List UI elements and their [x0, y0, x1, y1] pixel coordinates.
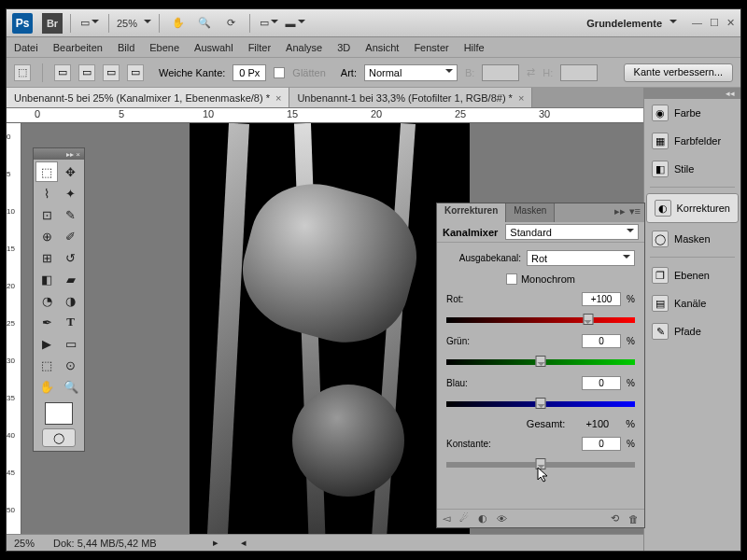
refine-edge-button[interactable]: Kante verbessern...: [624, 63, 733, 82]
monochrome-checkbox[interactable]: [506, 273, 517, 285]
antialias-checkbox[interactable]: [274, 67, 285, 78]
layers-icon: ❐: [652, 267, 669, 284]
panel-korrekturen[interactable]: ◐Korrekturen: [646, 193, 739, 223]
3d-camera-tool[interactable]: ⊙: [60, 355, 82, 375]
workspace-selector[interactable]: Grundelemente: [586, 18, 677, 29]
blue-slider[interactable]: [446, 398, 635, 411]
screenmode-dropdown[interactable]: ▬: [284, 13, 306, 34]
output-channel-select[interactable]: Rot: [527, 250, 635, 266]
clip-icon[interactable]: ◐: [478, 512, 487, 525]
menu-3d[interactable]: 3D: [337, 42, 350, 53]
panel-collapse-icon[interactable]: ▸▸: [614, 205, 626, 220]
tool-preset-icon[interactable]: ⬚: [14, 64, 31, 81]
panel-kanaele[interactable]: ▤Kanäle: [644, 289, 740, 317]
type-tool[interactable]: T: [60, 312, 82, 332]
bridge-button[interactable]: Br: [42, 13, 63, 34]
eye-icon[interactable]: 👁: [497, 513, 507, 525]
toolbox-header[interactable]: ▸▸ ×: [34, 148, 84, 160]
close-icon[interactable]: ×: [275, 92, 281, 104]
red-value[interactable]: +100: [582, 292, 621, 306]
doc-tab-1[interactable]: Unbenannt-5 bei 25% (Kanalmixer 1, Ebene…: [7, 88, 289, 107]
trash-icon[interactable]: 🗑: [628, 513, 639, 525]
gradient-tool[interactable]: ▰: [60, 269, 82, 289]
foreground-color[interactable]: [45, 402, 73, 425]
doc-tab-2[interactable]: Unbenannt-1 bei 33,3% (Fotofilter 1, RGB…: [289, 88, 532, 107]
panel-ebenen[interactable]: ❐Ebenen: [644, 261, 740, 289]
dodge-tool[interactable]: ◑: [60, 290, 82, 311]
menu-analyse[interactable]: Analyse: [286, 42, 322, 53]
feather-input[interactable]: 0 Px: [233, 64, 266, 81]
back-icon[interactable]: ◅: [443, 512, 450, 525]
style-select[interactable]: Normal: [364, 64, 458, 81]
masks-icon: ◯: [652, 231, 669, 247]
brush-tool[interactable]: ✐: [60, 226, 82, 246]
toolbox[interactable]: ▸▸ × ⬚✥ ⌇✦ ⊡✎ ⊕✐ ⊞↺ ◧▰ ◔◑ ✒T ▶▭ ⬚⊙ ✋🔍 ◯: [33, 147, 85, 452]
crop-tool[interactable]: ⊡: [35, 204, 58, 225]
panel-pfade[interactable]: ✎Pfade: [644, 317, 740, 345]
panel-stile[interactable]: ◧Stile: [644, 155, 740, 183]
zoom-control[interactable]: 25%: [117, 18, 151, 29]
wand-tool[interactable]: ✦: [60, 183, 82, 203]
constant-value[interactable]: 0: [582, 437, 621, 451]
marquee-tool[interactable]: ⬚: [35, 161, 58, 182]
preset-select[interactable]: Standard: [505, 224, 639, 240]
zoom-tool[interactable]: 🔍: [60, 376, 82, 397]
panel-collapse-icon[interactable]: ◂◂: [644, 88, 740, 99]
eraser-tool[interactable]: ◧: [35, 269, 58, 289]
panel-masken[interactable]: ◯Masken: [644, 225, 740, 253]
blue-value[interactable]: 0: [582, 376, 621, 390]
path-select-tool[interactable]: ▶: [35, 333, 58, 354]
move-tool[interactable]: ✥: [60, 161, 82, 182]
new-selection-icon[interactable]: ▭: [54, 64, 71, 81]
subtract-selection-icon[interactable]: ▭: [103, 64, 120, 81]
constant-slider[interactable]: [446, 458, 635, 471]
3d-tool[interactable]: ⬚: [35, 355, 58, 375]
close-icon[interactable]: ×: [518, 92, 524, 104]
reset-icon[interactable]: ⟲: [611, 512, 619, 525]
minimize-button[interactable]: —: [692, 17, 702, 29]
zoom-icon[interactable]: 🔍: [193, 13, 216, 34]
tab-masken[interactable]: Masken: [506, 203, 555, 222]
maximize-button[interactable]: ☐: [710, 17, 719, 29]
blur-tool[interactable]: ◔: [35, 290, 58, 311]
pen-tool[interactable]: ✒: [35, 312, 58, 332]
shape-tool[interactable]: ▭: [60, 333, 82, 354]
status-zoom[interactable]: 25%: [14, 538, 35, 549]
hand-tool[interactable]: ✋: [35, 376, 58, 397]
hand-icon[interactable]: ✋: [167, 13, 190, 34]
add-selection-icon[interactable]: ▭: [78, 64, 95, 81]
panel-menu-icon[interactable]: ▾≡: [629, 205, 641, 220]
menu-filter[interactable]: Filter: [248, 42, 271, 53]
stamp-tool[interactable]: ⊞: [35, 247, 58, 268]
adjustments-panel[interactable]: Korrekturen Masken ▸▸▾≡ Kanalmixer Stand…: [436, 203, 645, 528]
arrange-dropdown[interactable]: ▭: [258, 13, 280, 34]
lasso-tool[interactable]: ⌇: [35, 183, 58, 203]
intersect-selection-icon[interactable]: ▭: [127, 64, 144, 81]
adjustments-icon: ◐: [655, 200, 671, 217]
green-slider[interactable]: [446, 356, 635, 369]
panel-farbe[interactable]: ◉Farbe: [644, 99, 740, 127]
red-slider[interactable]: [446, 314, 635, 327]
ruler-vertical[interactable]: 05101520253035404550: [7, 123, 21, 534]
menu-ebene[interactable]: Ebene: [149, 42, 179, 53]
expand-icon[interactable]: ☄: [459, 512, 469, 525]
menu-bild[interactable]: Bild: [118, 42, 134, 53]
menu-datei[interactable]: Datei: [14, 42, 38, 53]
layout-dropdown[interactable]: ▭: [78, 13, 101, 34]
rotate-icon[interactable]: ⟳: [219, 13, 242, 34]
menu-bearbeiten[interactable]: Bearbeiten: [53, 42, 103, 53]
menu-fenster[interactable]: Fenster: [414, 42, 448, 53]
menu-auswahl[interactable]: Auswahl: [194, 42, 233, 53]
status-docsize[interactable]: Dok: 5,44 MB/5,42 MB: [53, 538, 157, 549]
healing-tool[interactable]: ⊕: [35, 226, 58, 246]
history-brush-tool[interactable]: ↺: [60, 247, 82, 268]
close-button[interactable]: ✕: [726, 17, 735, 29]
eyedropper-tool[interactable]: ✎: [60, 204, 82, 225]
menu-ansicht[interactable]: Ansicht: [365, 42, 399, 53]
menu-hilfe[interactable]: Hilfe: [464, 42, 485, 53]
green-value[interactable]: 0: [582, 334, 621, 348]
ruler-horizontal[interactable]: 051015202530: [7, 108, 643, 123]
quickmask-button[interactable]: ◯: [42, 428, 76, 447]
tab-korrekturen[interactable]: Korrekturen: [437, 203, 506, 222]
panel-farbfelder[interactable]: ▦Farbfelder: [644, 127, 740, 155]
